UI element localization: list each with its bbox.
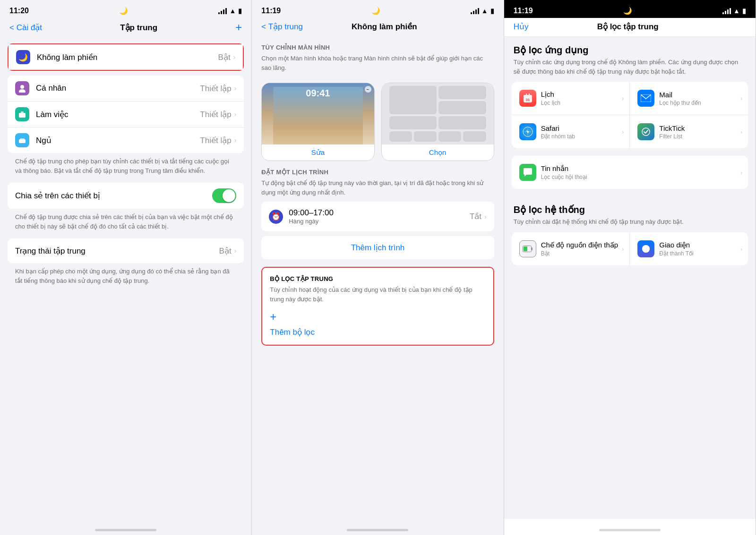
customize-desc: Chọn một Màn hình khóa hoặc trang Màn hì… (261, 54, 494, 72)
work-label: Làm việc (36, 110, 200, 119)
svg-rect-17 (524, 246, 527, 251)
safari-filter-item[interactable]: Safari Đặt nhóm tab › (512, 115, 630, 148)
mockup-time: 09:41 (306, 88, 330, 99)
nav-title-3: Bộ lọc tập trung (597, 22, 659, 32)
status-chevron: › (234, 247, 237, 255)
filter-add-button[interactable]: Thêm bộ lọc (270, 327, 485, 337)
battery-chevron: › (622, 245, 624, 252)
schedule-desc: Tự động bật chế độ tập trung này vào thờ… (261, 178, 494, 197)
schedule-section: ĐẶT MỘT LỊCH TRÌNH Tự động bật chế độ tậ… (252, 169, 503, 267)
panel-1: 11:20 🌙 ▲ ▮ < Cài đặt Tập trung + 🌙 (0, 0, 252, 535)
calendar-filter-item[interactable]: 31 Lịch Lọc lịch › (512, 82, 630, 115)
status-bar-1: 11:20 🌙 ▲ ▮ (0, 0, 251, 18)
filter-desc: Tùy chỉnh hoạt động của các ứng dụng và … (270, 285, 485, 304)
system-filter-desc: Tùy chỉnh cài đặt hệ thống khi chế độ tậ… (504, 217, 756, 232)
status-icons-3: ▲ ▮ (722, 7, 746, 15)
svg-point-1 (19, 89, 26, 93)
nav-bar-3: Hủy Bộ lọc tập trung (504, 18, 756, 37)
status-time-2: 11:19 (261, 7, 281, 15)
focus-modes-section: 🌙 Không làm phiền Bật › (0, 38, 251, 153)
mockup-container: 09:41 − Sửa (252, 83, 503, 169)
status-bar-3: 11:19 🌙 ▲ ▮ (504, 0, 756, 18)
safari-chevron: › (622, 128, 624, 136)
sleep-value: Thiết lập (200, 136, 231, 145)
chevron-icon-2: › (234, 110, 237, 118)
status-time-3: 11:19 (514, 7, 533, 15)
personal-item[interactable]: Cá nhân Thiết lập › (8, 76, 244, 102)
back-button-1[interactable]: < Cài đặt (9, 23, 42, 33)
calendar-icon: 31 (519, 90, 536, 107)
home-indicator-2 (252, 519, 503, 535)
messages-chevron: › (740, 169, 742, 176)
battery-app-sub: Bật (541, 250, 622, 257)
status-icons-2: ▲ ▮ (471, 7, 494, 15)
svg-rect-16 (532, 247, 533, 250)
status-item[interactable]: Trạng thái tập trung Bật › (8, 238, 244, 263)
back-button-2[interactable]: < Tập trung (261, 22, 303, 32)
mail-filter-item[interactable]: Mail Lọc hộp thư đến › (630, 82, 748, 115)
moon-icon: 🌙 (16, 50, 30, 64)
mail-app-name: Mail (659, 91, 740, 99)
sleep-label: Ngủ (36, 136, 200, 145)
nav-bar-2: < Tập trung Không làm phiền (252, 18, 503, 36)
do-not-disturb-row[interactable]: 🌙 Không làm phiền Bật › (9, 44, 243, 70)
safari-icon (519, 123, 536, 140)
darkmode-app-sub: Đặt thành Tối (659, 250, 740, 257)
share-toggle[interactable] (212, 188, 236, 203)
svg-rect-2 (19, 113, 26, 118)
chevron-icon-3: › (234, 136, 237, 144)
add-button-1[interactable]: + (235, 22, 242, 33)
share-item[interactable]: Chia sẻ trên các thiết bị (8, 183, 244, 209)
ticktick-filter-item[interactable]: TickTick Filter List › (630, 115, 748, 148)
filter-sheet: Hủy Bộ lọc tập trung Bộ lọc ứng dụng Tùy… (504, 18, 756, 535)
mail-icon (637, 90, 654, 107)
nav-title-1: Tập trung (120, 23, 157, 33)
mockup-sua-label[interactable]: Sửa (262, 144, 374, 161)
status-moon-1: 🌙 (119, 7, 128, 15)
darkmode-app-name: Giao diện (659, 241, 740, 249)
battery-filter-item[interactable]: Chế độ nguồn điện thấp Bật › (512, 232, 630, 265)
svg-text:31: 31 (525, 98, 530, 102)
app-filter-grid: 31 Lịch Lọc lịch › (512, 82, 748, 148)
panel1-content: 🌙 Không làm phiền Bật › (0, 38, 251, 519)
work-value: Thiết lập (200, 110, 231, 119)
status-bar-2: 11:19 🌙 ▲ ▮ (252, 0, 503, 18)
mockup-image: 09:41 − (262, 83, 374, 144)
minus-button[interactable]: − (365, 86, 371, 93)
sleep-item[interactable]: Ngủ Thiết lập › (8, 127, 244, 153)
customize-section: TÙY CHỈNH MÀN HÌNH Chọn một Màn hình khó… (252, 36, 503, 83)
darkmode-filter-item[interactable]: Giao diện Đặt thành Tối › (630, 232, 748, 265)
mockup-lockscreen[interactable]: 09:41 − Sửa (261, 83, 374, 161)
cancel-button[interactable]: Hủy (514, 22, 529, 32)
schedule-time: 09:00–17:00 (289, 208, 470, 218)
ticktick-app-name: TickTick (659, 124, 740, 132)
info-text-1: Chế độ tập trung cho phép bạn tùy chỉnh … (0, 153, 251, 175)
ticktick-icon (637, 123, 654, 140)
status-moon-3: 🌙 (623, 7, 632, 15)
work-item[interactable]: Làm việc Thiết lập › (8, 102, 244, 127)
schedule-sub: Hàng ngày (289, 218, 470, 225)
wifi-icon-1: ▲ (229, 7, 236, 15)
signal-icon-3 (722, 8, 731, 14)
filter-add-icon[interactable]: + (270, 310, 485, 323)
darkmode-icon (637, 240, 654, 257)
status-info: Khi bạn cấp phép cho một ứng dụng, ứng d… (0, 263, 251, 285)
svg-rect-9 (529, 93, 530, 96)
filter-title: BỘ LỌC TẬP TRUNG (270, 275, 485, 282)
messages-filter-item[interactable]: Tin nhắn Lọc cuộc hội thoại › (512, 156, 748, 189)
status-time-1: 11:20 (9, 7, 29, 15)
share-info: Chế độ tập trung được chia sẻ trên các t… (0, 209, 251, 231)
mockup-blank (382, 83, 494, 144)
panel3-content: Bộ lọc ứng dụng Tùy chỉnh các ứng dụng t… (504, 37, 756, 519)
mockup-homescreen[interactable]: Chọn (381, 83, 494, 161)
add-schedule-button[interactable]: Thêm lịch trình (261, 236, 494, 259)
do-not-disturb-item[interactable]: 🌙 Không làm phiền Bật › (8, 43, 244, 71)
messages-app-sub: Lọc cuộc hội thoại (541, 174, 740, 180)
darkmode-chevron: › (740, 245, 742, 252)
wifi-icon-2: ▲ (481, 7, 488, 15)
panel-3: 11:19 🌙 ▲ ▮ Hủy Bộ lọc tập trung Bộ lọc … (504, 0, 756, 535)
sleep-icon (15, 133, 29, 147)
ticktick-chevron: › (740, 128, 742, 136)
schedule-title: ĐẶT MỘT LỊCH TRÌNH (261, 169, 494, 176)
schedule-item[interactable]: ⏰ 09:00–17:00 Hàng ngày Tắt › (261, 202, 494, 231)
